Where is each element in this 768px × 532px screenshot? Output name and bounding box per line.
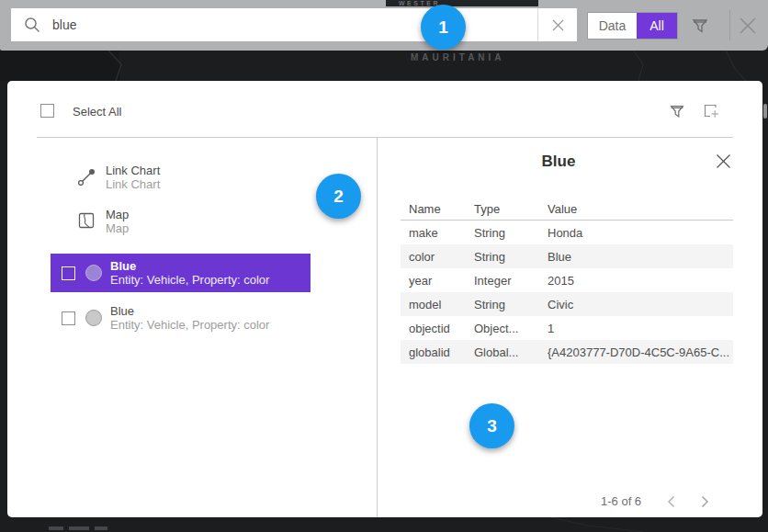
result-item-blue-selected[interactable]: Blue Entity: Vehicle, Property: color (51, 254, 311, 292)
cell-name: make (401, 226, 474, 240)
pane-divider (377, 137, 378, 517)
attributes-table: Name Type Value make String Honda color … (401, 202, 733, 364)
scrollbar-thumb[interactable] (763, 104, 767, 119)
cell-type: Integer (474, 274, 548, 288)
result-subtitle: Link Chart (106, 177, 160, 191)
cell-type: String (474, 226, 548, 240)
cell-value: Honda (548, 226, 733, 240)
add-to-selection-icon[interactable] (702, 102, 720, 120)
result-title: Blue (110, 304, 269, 318)
result-title: Map (106, 208, 129, 221)
detail-title: Blue (378, 153, 740, 171)
cell-name: model (401, 298, 474, 311)
cell-value: {A4203777-D70D-4C5C-9A65-C... (548, 345, 733, 359)
cell-name: color (401, 250, 474, 264)
table-header: Name Type Value (401, 202, 733, 221)
cell-type: Object... (474, 322, 548, 335)
select-all-label: Select All (73, 105, 121, 119)
table-row: model String Civic (401, 292, 733, 316)
panel-header-divider (37, 137, 733, 138)
search-input[interactable]: blue (11, 8, 577, 41)
toggle-data[interactable]: Data (588, 13, 637, 39)
annotation-badge-3: 3 (469, 403, 514, 448)
cell-value: Blue (548, 250, 733, 264)
column-header-value: Value (548, 202, 733, 220)
result-subtitle: Entity: Vehicle, Property: color (110, 318, 269, 332)
cell-value: 2015 (548, 274, 733, 288)
table-row: color String Blue (401, 244, 733, 268)
result-item-map[interactable]: Map Map (75, 208, 129, 235)
table-row: make String Honda (401, 221, 733, 244)
result-item-link-chart[interactable]: Link Chart Link Chart (75, 164, 160, 191)
search-toolbar: blue Data All (0, 0, 768, 51)
map-label-fragment (49, 526, 63, 530)
select-all-checkbox[interactable] (40, 104, 54, 118)
table-row: year Integer 2015 (401, 268, 733, 292)
map-label-mauritania: MAURITANIA (411, 52, 505, 62)
search-icon (24, 17, 40, 33)
search-scope-toggle: Data All (587, 12, 678, 40)
clear-search-button[interactable] (537, 8, 577, 41)
table-row: objectid Object... 1 (401, 316, 733, 340)
app-window: MAURITANIA blue Data All (0, 0, 768, 532)
cell-value: 1 (548, 322, 733, 335)
cell-name: year (401, 274, 474, 288)
annotation-badge-1: 1 (421, 5, 466, 50)
page-next-icon[interactable] (701, 495, 709, 508)
cell-type: String (474, 250, 548, 264)
toolbar-divider (729, 10, 730, 40)
toggle-all[interactable]: All (637, 13, 677, 39)
table-row: globalid Global... {A4203777-D70D-4C5C-9… (401, 340, 733, 364)
results-filter-icon[interactable] (668, 102, 686, 120)
filter-icon[interactable] (690, 16, 710, 36)
map-label-fragment (69, 526, 89, 530)
result-subtitle: Map (106, 221, 129, 235)
result-item-blue[interactable]: Blue Entity: Vehicle, Property: color (51, 299, 311, 337)
column-header-name: Name (401, 202, 474, 220)
cell-name: globalid (401, 345, 474, 359)
page-previous-icon[interactable] (667, 495, 675, 508)
entity-dot-icon (85, 265, 102, 281)
cell-name: objectid (401, 322, 474, 335)
map-label-western: WESTER (386, 0, 538, 6)
search-results-panel: Select All Link (7, 81, 762, 517)
column-header-type: Type (474, 202, 548, 220)
row-checkbox[interactable] (62, 311, 75, 325)
map-icon (75, 211, 97, 230)
pagination-label: 1-6 of 6 (601, 494, 641, 508)
entity-dot-icon (85, 310, 102, 326)
cell-type: Global... (474, 345, 548, 359)
close-search-icon[interactable] (736, 14, 760, 38)
cell-type: String (474, 298, 548, 311)
result-title: Blue (110, 259, 269, 273)
pagination: 1-6 of 6 (601, 494, 709, 508)
map-label-fragment (95, 526, 107, 530)
row-checkbox[interactable] (62, 266, 75, 280)
link-chart-icon (75, 167, 97, 187)
result-subtitle: Entity: Vehicle, Property: color (110, 273, 269, 287)
cell-value: Civic (548, 298, 733, 311)
annotation-badge-2: 2 (316, 174, 361, 219)
detail-close-icon[interactable] (716, 153, 731, 169)
result-title: Link Chart (106, 164, 160, 177)
